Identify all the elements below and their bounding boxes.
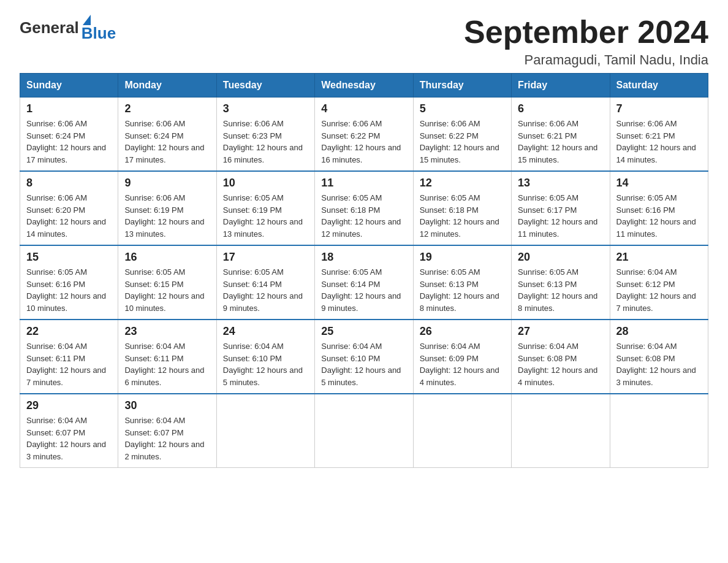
title-block: September 2024 Paramagudi, Tamil Nadu, I… — [464, 15, 708, 68]
calendar-cell — [610, 394, 708, 468]
calendar-cell: 25 Sunrise: 6:04 AMSunset: 6:10 PMDaylig… — [315, 320, 413, 394]
calendar-cell: 10 Sunrise: 6:05 AMSunset: 6:19 PMDaylig… — [216, 171, 314, 245]
calendar-cell: 29 Sunrise: 6:04 AMSunset: 6:07 PMDaylig… — [20, 394, 118, 468]
day-number: 4 — [321, 102, 406, 115]
calendar-cell: 19 Sunrise: 6:05 AMSunset: 6:13 PMDaylig… — [413, 245, 511, 320]
day-number: 11 — [321, 177, 406, 190]
calendar-cell: 2 Sunrise: 6:06 AMSunset: 6:24 PMDayligh… — [118, 98, 216, 172]
calendar-cell: 24 Sunrise: 6:04 AMSunset: 6:10 PMDaylig… — [216, 320, 314, 394]
day-number: 12 — [420, 177, 505, 190]
calendar-cell: 11 Sunrise: 6:05 AMSunset: 6:18 PMDaylig… — [315, 171, 413, 245]
calendar-cell — [512, 394, 610, 468]
header-saturday: Saturday — [610, 74, 708, 98]
calendar-cell: 21 Sunrise: 6:04 AMSunset: 6:12 PMDaylig… — [610, 245, 708, 320]
day-info: Sunrise: 6:05 AMSunset: 6:18 PMDaylight:… — [321, 193, 401, 239]
day-info: Sunrise: 6:04 AMSunset: 6:07 PMDaylight:… — [124, 416, 204, 461]
day-info: Sunrise: 6:06 AMSunset: 6:21 PMDaylight:… — [518, 119, 597, 164]
calendar-cell: 30 Sunrise: 6:04 AMSunset: 6:07 PMDaylig… — [118, 394, 216, 468]
day-info: Sunrise: 6:04 AMSunset: 6:07 PMDaylight:… — [26, 416, 106, 461]
calendar-cell: 23 Sunrise: 6:04 AMSunset: 6:11 PMDaylig… — [118, 320, 216, 394]
header-wednesday: Wednesday — [315, 74, 413, 98]
calendar-cell: 18 Sunrise: 6:05 AMSunset: 6:14 PMDaylig… — [315, 245, 413, 320]
calendar-cell: 6 Sunrise: 6:06 AMSunset: 6:21 PMDayligh… — [512, 98, 610, 172]
day-number: 25 — [321, 325, 406, 338]
week-row-1: 1 Sunrise: 6:06 AMSunset: 6:24 PMDayligh… — [20, 98, 708, 172]
day-info: Sunrise: 6:06 AMSunset: 6:19 PMDaylight:… — [124, 193, 204, 239]
day-number: 18 — [321, 251, 406, 264]
day-info: Sunrise: 6:06 AMSunset: 6:21 PMDaylight:… — [616, 119, 696, 164]
day-info: Sunrise: 6:06 AMSunset: 6:22 PMDaylight:… — [321, 119, 401, 164]
week-row-5: 29 Sunrise: 6:04 AMSunset: 6:07 PMDaylig… — [20, 394, 708, 468]
day-info: Sunrise: 6:06 AMSunset: 6:24 PMDaylight:… — [26, 119, 106, 164]
day-info: Sunrise: 6:06 AMSunset: 6:24 PMDaylight:… — [124, 119, 204, 164]
calendar-cell: 27 Sunrise: 6:04 AMSunset: 6:08 PMDaylig… — [512, 320, 610, 394]
day-number: 1 — [26, 102, 112, 115]
week-row-4: 22 Sunrise: 6:04 AMSunset: 6:11 PMDaylig… — [20, 320, 708, 394]
day-info: Sunrise: 6:04 AMSunset: 6:10 PMDaylight:… — [321, 342, 401, 387]
calendar-cell: 12 Sunrise: 6:05 AMSunset: 6:18 PMDaylig… — [413, 171, 511, 245]
day-info: Sunrise: 6:06 AMSunset: 6:22 PMDaylight:… — [420, 119, 499, 164]
location-title: Paramagudi, Tamil Nadu, India — [464, 52, 708, 68]
calendar-cell: 15 Sunrise: 6:05 AMSunset: 6:16 PMDaylig… — [20, 245, 118, 320]
calendar-cell: 17 Sunrise: 6:05 AMSunset: 6:14 PMDaylig… — [216, 245, 314, 320]
day-info: Sunrise: 6:05 AMSunset: 6:19 PMDaylight:… — [223, 193, 303, 239]
day-info: Sunrise: 6:06 AMSunset: 6:23 PMDaylight:… — [223, 119, 303, 164]
calendar-cell: 28 Sunrise: 6:04 AMSunset: 6:08 PMDaylig… — [610, 320, 708, 394]
day-number: 3 — [223, 102, 308, 115]
calendar-cell: 3 Sunrise: 6:06 AMSunset: 6:23 PMDayligh… — [216, 98, 314, 172]
day-info: Sunrise: 6:05 AMSunset: 6:18 PMDaylight:… — [420, 193, 499, 239]
calendar-cell — [216, 394, 314, 468]
calendar-cell: 16 Sunrise: 6:05 AMSunset: 6:15 PMDaylig… — [118, 245, 216, 320]
month-title: September 2024 — [464, 15, 708, 50]
day-number: 17 — [223, 251, 308, 264]
calendar-cell: 14 Sunrise: 6:05 AMSunset: 6:16 PMDaylig… — [610, 171, 708, 245]
day-number: 24 — [223, 325, 308, 338]
day-info: Sunrise: 6:05 AMSunset: 6:13 PMDaylight:… — [518, 267, 597, 313]
day-info: Sunrise: 6:05 AMSunset: 6:15 PMDaylight:… — [124, 267, 204, 313]
day-number: 30 — [124, 399, 210, 412]
calendar-cell: 13 Sunrise: 6:05 AMSunset: 6:17 PMDaylig… — [512, 171, 610, 245]
header-sunday: Sunday — [20, 74, 118, 98]
day-number: 6 — [518, 102, 603, 115]
day-info: Sunrise: 6:04 AMSunset: 6:11 PMDaylight:… — [124, 342, 204, 387]
day-number: 23 — [124, 325, 210, 338]
calendar-cell — [315, 394, 413, 468]
day-number: 26 — [420, 325, 505, 338]
calendar-cell: 8 Sunrise: 6:06 AMSunset: 6:20 PMDayligh… — [20, 171, 118, 245]
day-number: 28 — [616, 325, 702, 338]
calendar-cell: 26 Sunrise: 6:04 AMSunset: 6:09 PMDaylig… — [413, 320, 511, 394]
day-number: 19 — [420, 251, 505, 264]
logo-blue: Blue — [82, 25, 116, 41]
day-number: 7 — [616, 102, 702, 115]
day-info: Sunrise: 6:04 AMSunset: 6:09 PMDaylight:… — [420, 342, 499, 387]
calendar-cell: 1 Sunrise: 6:06 AMSunset: 6:24 PMDayligh… — [20, 98, 118, 172]
calendar-cell: 5 Sunrise: 6:06 AMSunset: 6:22 PMDayligh… — [413, 98, 511, 172]
header-tuesday: Tuesday — [216, 74, 314, 98]
day-info: Sunrise: 6:06 AMSunset: 6:20 PMDaylight:… — [26, 193, 106, 239]
page-header: General Blue September 2024 Paramagudi, … — [20, 15, 708, 68]
header-friday: Friday — [512, 74, 610, 98]
calendar-cell: 9 Sunrise: 6:06 AMSunset: 6:19 PMDayligh… — [118, 171, 216, 245]
logo-general: General — [20, 18, 79, 37]
day-number: 15 — [26, 251, 112, 264]
logo: General Blue — [20, 15, 116, 41]
calendar-cell — [413, 394, 511, 468]
day-info: Sunrise: 6:05 AMSunset: 6:14 PMDaylight:… — [223, 267, 303, 313]
header-thursday: Thursday — [413, 74, 511, 98]
day-number: 13 — [518, 177, 603, 190]
day-info: Sunrise: 6:04 AMSunset: 6:12 PMDaylight:… — [616, 267, 696, 313]
day-info: Sunrise: 6:05 AMSunset: 6:17 PMDaylight:… — [518, 193, 597, 239]
calendar-table: SundayMondayTuesdayWednesdayThursdayFrid… — [20, 73, 708, 468]
header-monday: Monday — [118, 74, 216, 98]
day-number: 14 — [616, 177, 702, 190]
day-info: Sunrise: 6:05 AMSunset: 6:16 PMDaylight:… — [26, 267, 106, 313]
day-number: 21 — [616, 251, 702, 264]
calendar-cell: 20 Sunrise: 6:05 AMSunset: 6:13 PMDaylig… — [512, 245, 610, 320]
day-number: 8 — [26, 177, 112, 190]
calendar-cell: 7 Sunrise: 6:06 AMSunset: 6:21 PMDayligh… — [610, 98, 708, 172]
week-row-3: 15 Sunrise: 6:05 AMSunset: 6:16 PMDaylig… — [20, 245, 708, 320]
day-number: 20 — [518, 251, 603, 264]
day-info: Sunrise: 6:05 AMSunset: 6:13 PMDaylight:… — [420, 267, 499, 313]
day-number: 5 — [420, 102, 505, 115]
calendar-cell: 4 Sunrise: 6:06 AMSunset: 6:22 PMDayligh… — [315, 98, 413, 172]
